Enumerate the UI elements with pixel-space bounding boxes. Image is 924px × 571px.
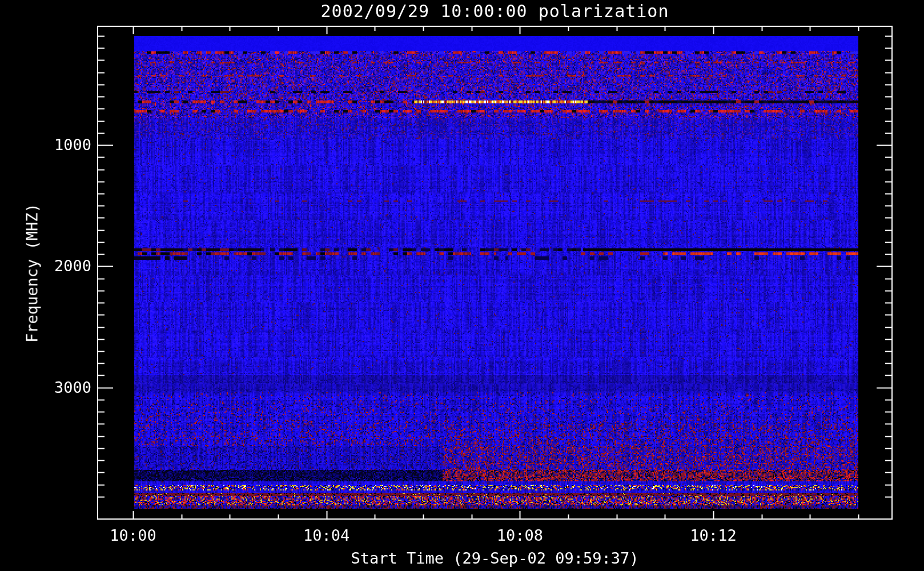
plot-title: 2002/09/29 10:00:00 polarization [97, 1, 893, 21]
y-tick-label: 3000 [23, 379, 91, 396]
x-tick-label: 10:04 [287, 526, 367, 544]
y-tick-label: 2000 [23, 257, 91, 275]
x-tick-label: 10:12 [673, 526, 753, 544]
x-tick-label: 10:00 [93, 526, 173, 544]
spectrogram-plot: 2002/09/29 10:00:00 polarization Frequen… [0, 0, 924, 571]
spectrogram-canvas [0, 0, 924, 571]
y-tick-label: 1000 [23, 136, 91, 154]
x-axis-label: Start Time (29-Sep-02 09:59:37) [97, 549, 893, 567]
x-tick-label: 10:08 [480, 526, 560, 544]
